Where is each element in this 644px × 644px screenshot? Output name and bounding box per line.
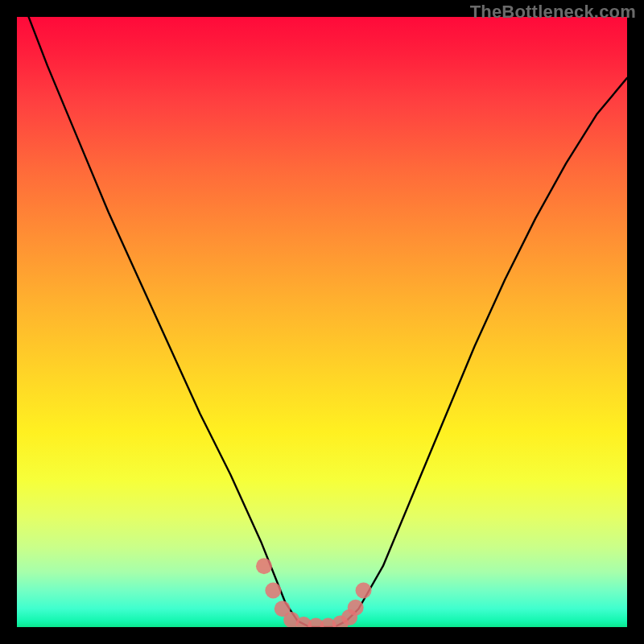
curve-layer bbox=[17, 17, 627, 627]
bottleneck-curve-path bbox=[17, 17, 627, 627]
chart-frame: TheBottleneck.com bbox=[0, 0, 644, 644]
valley-dot bbox=[256, 558, 272, 574]
watermark-text: TheBottleneck.com bbox=[470, 2, 636, 23]
valley-dot bbox=[356, 583, 372, 599]
bottleneck-curve bbox=[17, 17, 627, 627]
plot-area bbox=[17, 17, 627, 627]
valley-dot bbox=[265, 583, 281, 599]
valley-dots bbox=[256, 558, 372, 627]
valley-dot bbox=[348, 600, 364, 616]
